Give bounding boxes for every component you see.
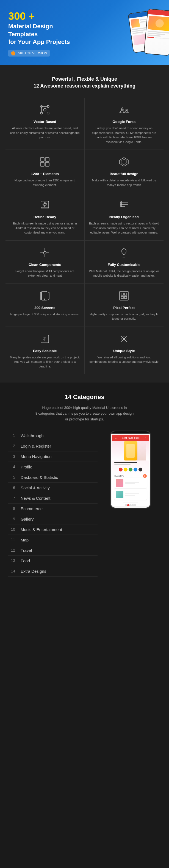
svg-rect-40 [121, 297, 123, 299]
categories-list: 1 Walkthrough 2 Login & Register 3 Menu … [8, 431, 97, 577]
feature-vector-based: Vector Based All user interface elements… [5, 98, 85, 150]
hero-phones-illustration [79, 0, 169, 65]
svg-rect-38 [121, 293, 123, 295]
svg-rect-39 [124, 293, 127, 295]
category-label: Food [21, 558, 30, 563]
hero-number: 300 + [8, 11, 92, 22]
category-label: Ecommerce [21, 506, 43, 511]
category-item: 12 Travel [8, 545, 97, 556]
category-number: 5 [8, 475, 15, 479]
nav-dot [130, 504, 132, 506]
category-label: Gallery [21, 517, 34, 521]
quantity-badge: 1 [143, 474, 147, 478]
feature-neatly-organised: Neatly Organised Each screen is made usi… [85, 193, 164, 241]
category-label: Travel [21, 548, 32, 553]
category-item: 9 Gallery [8, 514, 97, 524]
feature-desc: Each screen is made using vector shapes … [89, 221, 160, 235]
feature-1200-elements: 1200 + Elements Huge package of more tha… [5, 150, 85, 193]
hero-section: 300 + Material Design Templates for Your… [0, 0, 169, 65]
neatly-organised-icon [117, 198, 131, 212]
category-item: 3 Menu Navigation [8, 452, 97, 462]
phone-showcase: ← Best Face First ⋮ [100, 431, 161, 508]
svg-rect-35 [48, 292, 49, 300]
feature-desc: Huge package of 300 unique and stunning … [10, 312, 80, 317]
category-number: 4 [8, 465, 15, 469]
app-header-more: ⋮ [144, 437, 147, 440]
feature-desc: Luckily, you don't need to spend money o… [89, 126, 160, 144]
app-header-title: Best Face First [122, 437, 140, 439]
category-number: 14 [8, 569, 15, 573]
category-number: 10 [8, 527, 15, 532]
feature-google-fonts: Aa Google Fonts Luckily, you don't need … [85, 98, 164, 150]
categories-section: 14 Categories Huge pack of 300+ high qua… [0, 382, 169, 590]
features-title: Powerful , Flexble & Unique 12 Awesome r… [5, 76, 164, 89]
pixel-perfect-icon [117, 289, 131, 302]
feature-name: Beautifull design [89, 172, 160, 176]
unique-style-icon [117, 332, 131, 345]
feature-name: Pixel Perfect [89, 306, 160, 310]
category-label: Login & Register [21, 444, 51, 448]
category-label: News & Content [21, 496, 50, 500]
category-item: 1 Walkthrough [8, 431, 97, 441]
category-item: 4 Profile [8, 462, 97, 472]
fully-customisable-icon [117, 246, 131, 259]
google-fonts-icon: Aa [117, 103, 131, 116]
category-item: 13 Food [8, 556, 97, 566]
feature-name: Vector Based [10, 120, 80, 124]
svg-rect-24 [120, 203, 121, 205]
feature-name: Easy Scalable [10, 349, 80, 353]
feature-name: 300 Screens [10, 306, 80, 310]
feature-name: Retina Ready [10, 215, 80, 219]
category-number: 8 [8, 506, 15, 511]
svg-point-19 [43, 203, 47, 206]
app-header-back: ← [114, 437, 117, 440]
svg-marker-15 [121, 159, 127, 165]
category-number: 3 [8, 454, 15, 459]
feature-name: 1200 + Elements [10, 172, 80, 176]
category-number: 1 [8, 433, 15, 438]
svg-rect-37 [119, 291, 128, 300]
feature-fully-customisable: Fully Customisable With Material UI Kit,… [85, 241, 164, 284]
hero-text-block: 300 + Material Design Templates for Your… [8, 11, 92, 57]
sketch-badge: .SKETCH VERSION [8, 50, 50, 57]
vector-based-icon [38, 103, 51, 116]
sketch-icon [11, 51, 16, 56]
elements-icon [38, 155, 51, 168]
feature-desc: Many templates accelerate your work on t… [10, 355, 80, 369]
feature-desc: Forget about half-pixels! All components… [10, 269, 80, 278]
feature-beautiful-design: Beautifull design Make with a detail ori… [85, 150, 164, 193]
svg-rect-41 [124, 297, 127, 299]
phone-screen: ← Best Face First ⋮ [111, 434, 150, 508]
categories-title: 14 Categories [8, 394, 161, 401]
phone-notch [125, 431, 136, 434]
svg-rect-23 [120, 201, 121, 203]
category-item: 11 Map [8, 535, 97, 545]
category-label: Profile [21, 465, 32, 469]
feature-name: Clean Components [10, 262, 80, 267]
categories-layout: 1 Walkthrough 2 Login & Register 3 Menu … [8, 431, 161, 582]
feature-name: Unique Style [89, 349, 160, 353]
feature-desc: High-quality components made on a grid, … [89, 312, 160, 321]
category-label: Dasboard & Statistic [21, 475, 58, 480]
svg-rect-13 [45, 162, 49, 166]
feature-name: Google Fonts [89, 120, 160, 124]
svg-text:Aa: Aa [119, 106, 129, 114]
category-label: Social & Activity [21, 486, 50, 490]
300-screens-icon [38, 289, 51, 302]
features-grid: Vector Based All user interface elements… [5, 98, 164, 374]
feature-unique-style: Unique Style We refused all boring solut… [85, 327, 164, 375]
phone-big-mockup: ← Best Face First ⋮ [110, 431, 151, 508]
svg-point-36 [44, 299, 45, 300]
feature-clean-components: Clean Components Forget about half-pixel… [5, 241, 85, 284]
nav-dot-active [127, 504, 130, 506]
category-label: Extra Designs [21, 569, 46, 574]
category-item: 14 Extra Designs [8, 566, 97, 577]
category-item: 2 Login & Register [8, 441, 97, 452]
svg-rect-10 [40, 157, 44, 161]
category-number: 7 [8, 496, 15, 500]
category-number: 6 [8, 486, 15, 490]
feature-300-screens: 300 Screens Huge package of 300 unique a… [5, 284, 85, 327]
hero-title: Material Design Templates for Your App P… [8, 23, 92, 46]
category-label: Walkthrough [21, 433, 44, 438]
feature-desc: All user interface elements are vector b… [10, 126, 80, 140]
